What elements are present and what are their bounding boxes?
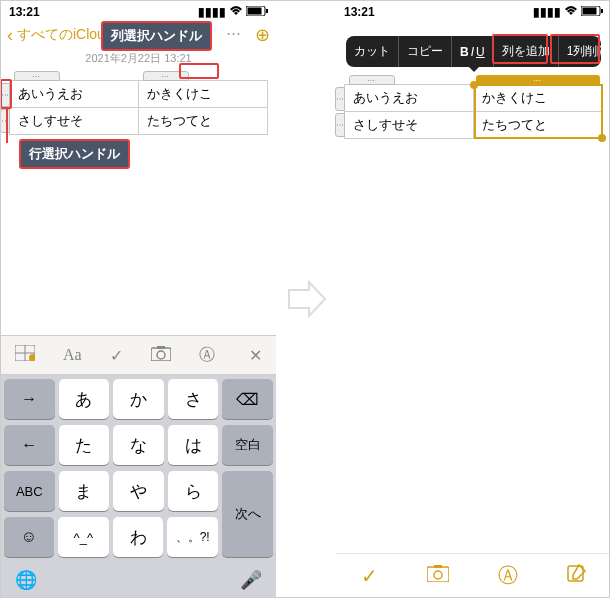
kana-key[interactable]: は: [168, 425, 219, 465]
checklist-icon[interactable]: ✓: [361, 564, 378, 588]
status-bar: 13:21 ▮▮▮▮: [336, 1, 610, 21]
status-icons: ▮▮▮▮: [533, 5, 603, 19]
camera-icon[interactable]: [427, 564, 449, 587]
table-cell[interactable]: かきくけこ: [138, 81, 267, 107]
kana-key[interactable]: や: [113, 471, 164, 511]
svg-rect-2: [266, 9, 268, 13]
note-timestamp: 2021年2月22日 13:21: [1, 49, 276, 72]
format-icon[interactable]: Aa: [63, 346, 82, 364]
col-select-handle-1[interactable]: ⋯: [14, 71, 60, 81]
key-abc[interactable]: ABC: [4, 471, 55, 511]
globe-icon[interactable]: 🌐: [4, 563, 48, 597]
key-arrow[interactable]: ←: [4, 425, 55, 465]
table-row: さしすせそ たちつてと: [10, 107, 267, 134]
ctx-biu[interactable]: BIU: [452, 36, 494, 67]
table-cell[interactable]: あいうえお: [10, 81, 138, 107]
status-icons: ▮▮▮▮: [198, 5, 268, 19]
kana-key[interactable]: 、。?!: [167, 517, 218, 557]
svg-rect-1: [248, 8, 262, 15]
svg-rect-15: [434, 565, 442, 568]
phone-left: 13:21 ▮▮▮▮ ‹ すべてのiCloud ⋯ ⊕ 2021年2月22日 1…: [1, 1, 276, 597]
note-table[interactable]: ⋯ ⋯ ⋮ ⋮ あいうえお かきくけこ さしすせそ たちつてと: [344, 84, 603, 139]
table-cell[interactable]: あいうえお: [345, 85, 473, 111]
kana-key[interactable]: ^_^: [58, 517, 109, 557]
status-time: 13:21: [344, 5, 375, 19]
annotation-box-addcol: [492, 34, 548, 64]
markup-icon[interactable]: Ⓐ: [498, 562, 518, 589]
back-label[interactable]: すべてのiCloud: [17, 26, 113, 44]
back-chevron-icon[interactable]: ‹: [7, 26, 13, 44]
transition-arrow-icon: [276, 1, 336, 597]
table-icon[interactable]: [15, 345, 35, 365]
svg-rect-11: [583, 8, 597, 15]
signal-icon: ▮▮▮▮: [198, 5, 226, 19]
keyboard: → あ か さ ⌫ ← た な は 空白 ABC ま や ら 次へ ☺: [1, 375, 276, 597]
callout-row-handle: 行選択ハンドル: [19, 139, 130, 169]
kana-key[interactable]: わ: [113, 517, 164, 557]
annotation-box-col-handle: [179, 63, 219, 79]
annotation-line: [6, 109, 8, 143]
kana-key[interactable]: あ: [59, 379, 110, 419]
close-keyboard-icon[interactable]: ✕: [249, 346, 262, 365]
kana-key[interactable]: ま: [59, 471, 110, 511]
row-select-handle-1[interactable]: ⋮: [335, 87, 345, 111]
keyboard-toolbar: Aa ✓ Ⓐ ✕: [1, 335, 276, 375]
table-row: さしすせそ たちつてと: [345, 111, 602, 138]
annotation-box-row-handle: [0, 79, 12, 109]
markup-icon[interactable]: Ⓐ: [199, 345, 215, 366]
done-icon[interactable]: ⊕: [255, 24, 270, 46]
kana-key[interactable]: た: [59, 425, 110, 465]
wifi-icon: [564, 5, 578, 19]
selection-handle-icon[interactable]: [598, 134, 606, 142]
key-space[interactable]: 空白: [222, 425, 273, 465]
phone-right: 13:21 ▮▮▮▮ カット コピー BIU 列を追加 1列削除 2021年2月…: [336, 1, 610, 597]
status-bar: 13:21 ▮▮▮▮: [1, 1, 276, 21]
svg-rect-9: [157, 346, 165, 349]
compose-icon[interactable]: [567, 563, 587, 588]
wifi-icon: [229, 5, 243, 19]
mic-icon[interactable]: 🎤: [230, 563, 274, 597]
annotation-box-delcol: [550, 34, 600, 64]
signal-icon: ▮▮▮▮: [533, 5, 561, 19]
kana-key[interactable]: か: [113, 379, 164, 419]
ctx-cut[interactable]: カット: [346, 36, 399, 67]
row-select-handle-2[interactable]: ⋮: [335, 113, 345, 137]
table-cell[interactable]: たちつてと: [473, 111, 602, 138]
col-select-handle-2-selected[interactable]: ⋯: [476, 75, 601, 85]
svg-point-6: [29, 354, 35, 361]
key-emoji[interactable]: ☺: [4, 517, 54, 557]
status-time: 13:21: [9, 5, 40, 19]
bottom-toolbar: ✓ Ⓐ: [336, 553, 610, 597]
battery-icon: [581, 5, 603, 19]
camera-icon[interactable]: [151, 346, 171, 365]
svg-point-8: [157, 351, 165, 359]
row-select-handle-2[interactable]: ⋮: [0, 109, 10, 133]
selection-handle-icon[interactable]: [470, 81, 478, 89]
key-arrow[interactable]: →: [4, 379, 55, 419]
ctx-copy[interactable]: コピー: [399, 36, 452, 67]
table-cell[interactable]: さしすせそ: [345, 111, 473, 138]
table-row: あいうえお かきくけこ: [10, 81, 267, 107]
kana-key[interactable]: さ: [168, 379, 219, 419]
battery-icon: [246, 5, 268, 19]
svg-rect-12: [601, 9, 603, 13]
share-icon[interactable]: ⋯: [226, 24, 241, 46]
checklist-icon[interactable]: ✓: [110, 346, 123, 365]
key-next[interactable]: 次へ: [222, 471, 273, 557]
callout-col-handle: 列選択ハンドル: [101, 21, 212, 51]
table-cell[interactable]: かきくけこ: [473, 85, 602, 111]
kana-key[interactable]: ら: [168, 471, 219, 511]
table-cell[interactable]: たちつてと: [138, 107, 267, 134]
table-cell[interactable]: さしすせそ: [10, 107, 138, 134]
svg-point-14: [434, 571, 442, 579]
note-table[interactable]: ⋯ ⋯ ⋮ ⋮ あいうえお かきくけこ さしすせそ たちつてと: [9, 80, 268, 135]
col-select-handle-1[interactable]: ⋯: [349, 75, 395, 85]
kana-key[interactable]: な: [113, 425, 164, 465]
key-backspace[interactable]: ⌫: [222, 379, 273, 419]
